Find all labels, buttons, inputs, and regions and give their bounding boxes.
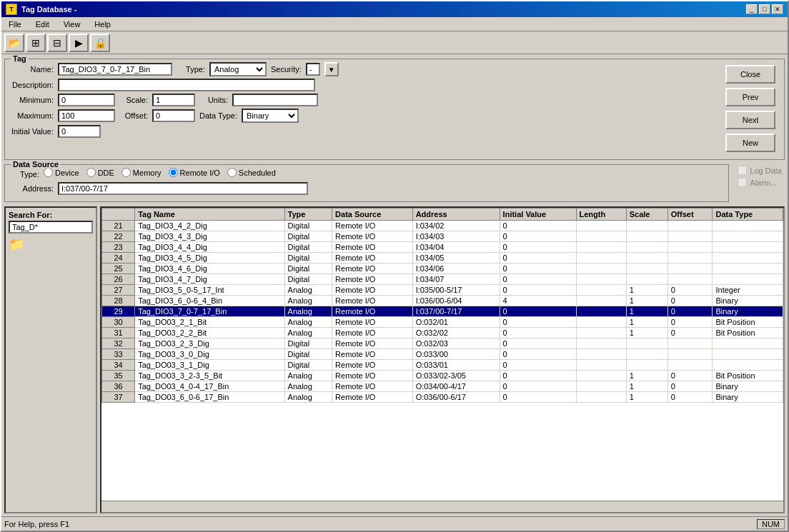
toolbar: 📂 ⊞ ⊟ ▶ 🔒 [1,31,788,54]
menu-file[interactable]: File [4,19,26,30]
horizontal-scrollbar[interactable] [101,501,783,512]
security-input[interactable] [306,63,320,76]
table-row[interactable]: 28Tag_DIO3_6_0-6_4_BinAnalogRemote I/OI:… [102,296,783,306]
table-row[interactable]: 21Tag_DIO3_4_2_DigDigitalRemote I/OI:034… [102,221,783,231]
data-source-section: Data Source Type: Device DDE Memory [4,163,785,204]
main-content: Tag Name: Type: Analog Digital Secu [1,54,788,516]
table-row[interactable]: 37Tag_DO03_6_0-6_17_BinAnalogRemote I/OO… [102,392,783,403]
name-label: Name: [11,65,54,74]
table-row[interactable]: 25Tag_DIO3_4_6_DigDigitalRemote I/OI:034… [102,264,783,274]
security-label: Security: [271,65,302,74]
offset-label: Offset: [119,111,148,120]
address-input[interactable] [58,182,308,195]
window-title: Tag Database - [21,5,76,14]
minimize-button[interactable]: _ [746,4,758,14]
menu-help[interactable]: Help [90,19,115,30]
ds-memory-option[interactable]: Memory [121,168,162,177]
next-button[interactable]: Next [725,111,775,129]
close-button[interactable]: Close [725,65,775,84]
toolbar-run-button[interactable]: ▶ [69,34,89,52]
units-input[interactable] [232,94,318,106]
table-row[interactable]: 23Tag_DIO3_4_4_DigDigitalRemote I/OI:034… [102,242,783,253]
name-row: Name: Type: Analog Digital Security: ▼ [11,62,715,76]
data-source-label: Data Source [11,160,61,169]
name-input[interactable] [58,63,172,76]
status-bar: For Help, press F1 NUM [1,516,788,531]
initial-value-label: Initial Value: [11,127,54,136]
toolbar-grid-button[interactable]: ⊞ [26,34,46,52]
tag-section: Tag Name: Type: Analog Digital Secu [4,57,785,204]
table-row[interactable]: 22Tag_DIO3_4_3_DigDigitalRemote I/OI:034… [102,231,783,242]
col-tag-name: Tag Name [135,209,284,221]
table-body: 21Tag_DIO3_4_2_DigDigitalRemote I/OI:034… [102,221,783,403]
table-row[interactable]: 26Tag_DIO3_4_7_DigDigitalRemote I/OI:034… [102,274,783,285]
data-type-label: Data Type: [199,111,237,120]
title-bar-left: T Tag Database - [6,4,76,15]
ds-device-option[interactable]: Device [44,168,79,177]
ds-type-label: Type: [11,170,39,179]
bottom-area: Search For: 📁 Tag Name Type Data Source [4,206,785,513]
close-window-button[interactable]: ✕ [772,4,783,14]
type-label: Type: [177,65,205,74]
col-data-source: Data Source [332,209,413,221]
maximum-input[interactable] [58,109,115,122]
table-row[interactable]: 33Tag_DO03_3_0_DigDigitalRemote I/OO:033… [102,349,783,360]
table-container[interactable]: Tag Name Type Data Source Address Initia… [101,208,783,501]
search-label: Search For: [9,211,93,219]
data-type-select[interactable]: Binary Integer Float Bit Position [242,109,299,123]
initial-value-input[interactable] [58,125,101,138]
minimum-label: Minimum: [11,96,54,104]
prev-button[interactable]: Prev [725,88,775,106]
ds-remote-io-option[interactable]: Remote I/O [169,168,220,177]
minimum-input[interactable] [58,94,115,106]
table-row[interactable]: 24Tag_DIO3_4_5_DigDigitalRemote I/OI:034… [102,253,783,264]
col-offset: Offset [668,209,713,221]
maximum-label: Maximum: [11,111,54,120]
type-select[interactable]: Analog Digital [209,62,267,76]
col-address: Address [412,209,500,221]
min-row: Minimum: Scale: Units: [11,94,715,106]
col-type: Type [284,209,332,221]
toolbar-open-button[interactable]: 📂 [4,34,24,52]
scale-input[interactable] [152,94,195,106]
search-panel: Search For: 📁 [4,206,97,513]
table-row[interactable]: 29Tag_DIO3_7_0-7_17_BinAnalogRemote I/OI… [102,306,783,317]
description-label: Description: [11,81,54,89]
table-row[interactable]: 27Tag_DIO3_5_0-5_17_IntAnalogRemote I/OI… [102,285,783,296]
ds-scheduled-option[interactable]: Scheduled [227,168,276,177]
col-length: Length [576,209,626,221]
table-row[interactable]: 30Tag_DO03_2_1_BitAnalogRemote I/OO:032/… [102,317,783,328]
address-label: Address: [11,184,54,193]
ds-radio-group: Device DDE Memory Remote I/O [44,168,276,177]
table-row[interactable]: 32Tag_DO03_2_3_DigDigitalRemote I/OO:032… [102,338,783,349]
offset-input[interactable] [152,109,195,122]
units-label: Units: [199,96,228,104]
folder-icon: 📁 [9,236,93,252]
menu-view[interactable]: View [59,19,85,30]
col-data-type: Data Type [713,209,783,221]
menu-edit[interactable]: Edit [31,19,54,30]
tag-panel-inner: Name: Type: Analog Digital Security: ▼ [11,62,778,155]
table-row[interactable]: 36Tag_DO03_4_0-4_17_BinAnalogRemote I/OO… [102,381,783,392]
tag-table: Tag Name Type Data Source Address Initia… [101,208,783,403]
title-bar: T Tag Database - _ □ ✕ [1,1,788,17]
ds-type-row: Type: Device DDE Memory [11,168,723,180]
tag-group-label: Tag [11,54,29,63]
log-data-label: Log Data [750,166,782,175]
alarm-label: Alarm... [750,179,777,187]
description-input[interactable] [58,79,315,91]
toolbar-lock-button[interactable]: 🔒 [90,34,110,52]
maximize-button[interactable]: □ [759,4,770,14]
ds-dde-option[interactable]: DDE [86,168,114,177]
search-input[interactable] [9,221,93,234]
table-row[interactable]: 35Tag_DO03_3_2-3_5_BitAnalogRemote I/OO:… [102,371,783,381]
toolbar-view-button[interactable]: ⊟ [47,34,67,52]
scale-label: Scale: [119,96,148,104]
log-data-checkbox-label[interactable]: Log Data [738,166,782,175]
menu-bar: File Edit View Help [1,17,788,31]
table-row[interactable]: 31Tag_DO03_2_2_BitAnalogRemote I/OO:032/… [102,328,783,338]
new-button[interactable]: New [725,134,775,152]
security-dropdown-button[interactable]: ▼ [324,62,339,76]
table-row[interactable]: 34Tag_DO03_3_1_DigDigitalRemote I/OO:033… [102,360,783,371]
alarm-checkbox-label[interactable]: Alarm... [738,178,782,187]
